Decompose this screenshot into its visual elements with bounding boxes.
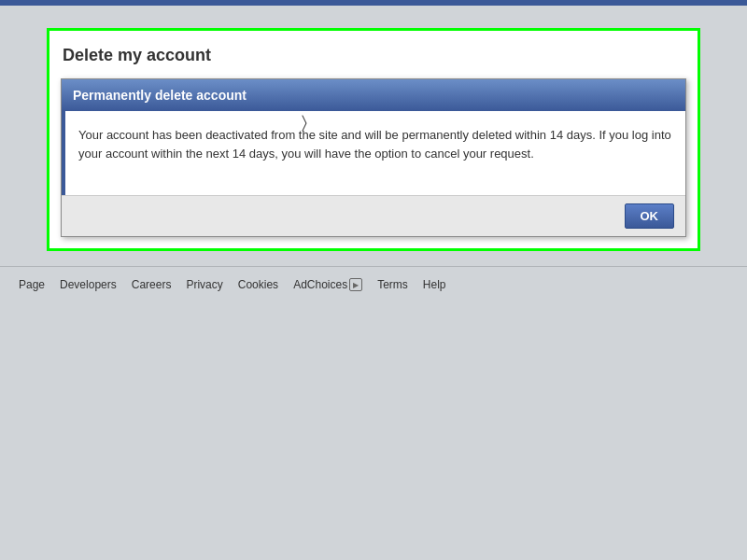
footer-link-careers[interactable]: Careers [132, 278, 172, 291]
footer-link-cookies[interactable]: Cookies [238, 278, 278, 291]
modal-body: Your account has been deactivated from t… [62, 111, 685, 195]
dialog-outer: Delete my account 〉 Permanently delete a… [47, 28, 700, 251]
page-background: Delete my account 〉 Permanently delete a… [0, 0, 747, 560]
modal-message: Your account has been deactivated from t… [78, 126, 672, 162]
modal-header-title: Permanently delete account [73, 88, 247, 103]
ok-button[interactable]: OK [625, 203, 675, 229]
footer-link-adchoices[interactable]: AdChoices [293, 278, 347, 291]
footer-link-page[interactable]: Page [19, 278, 45, 291]
footer-links: Page Developers Careers Privacy Cookies … [0, 266, 747, 302]
dialog-title: Delete my account [61, 42, 686, 69]
adchoices-icon: ▶ [349, 278, 362, 291]
footer-link-help[interactable]: Help [423, 278, 446, 291]
footer-link-privacy[interactable]: Privacy [186, 278, 222, 291]
footer-link-terms[interactable]: Terms [377, 278, 408, 291]
modal-dialog: Permanently delete account Your account … [61, 78, 686, 237]
footer-link-developers[interactable]: Developers [60, 278, 117, 291]
top-bar [0, 0, 747, 6]
modal-footer: OK [62, 195, 685, 236]
modal-header: Permanently delete account [62, 79, 685, 111]
